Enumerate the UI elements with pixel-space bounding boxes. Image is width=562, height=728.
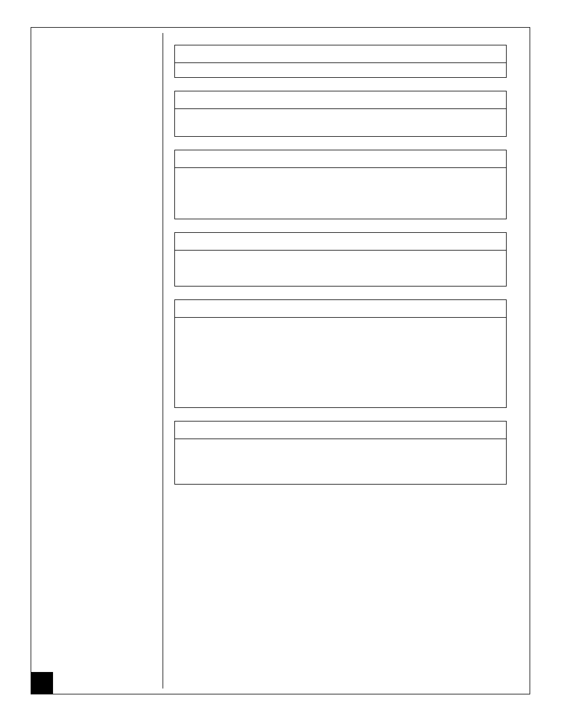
panel-1-head xyxy=(175,45,506,63)
panel-1 xyxy=(174,45,507,78)
panel-6-body xyxy=(175,439,506,484)
page xyxy=(0,0,562,728)
panel-4-body xyxy=(175,251,506,286)
panel-2 xyxy=(174,91,507,137)
panel-6-head xyxy=(175,421,506,439)
panel-4 xyxy=(174,232,507,286)
content-column xyxy=(174,45,507,498)
panel-3-body xyxy=(175,168,506,219)
panel-3 xyxy=(174,150,507,219)
panel-5 xyxy=(174,299,507,408)
panel-5-head xyxy=(175,300,506,318)
panel-2-body xyxy=(175,109,506,136)
panel-6 xyxy=(174,421,507,485)
panel-3-head xyxy=(175,150,506,168)
panel-5-body xyxy=(175,318,506,407)
page-number-marker xyxy=(31,672,53,694)
panel-4-head xyxy=(175,233,506,251)
panel-1-body xyxy=(175,63,506,77)
panel-2-head xyxy=(175,91,506,109)
vertical-divider xyxy=(163,33,163,689)
